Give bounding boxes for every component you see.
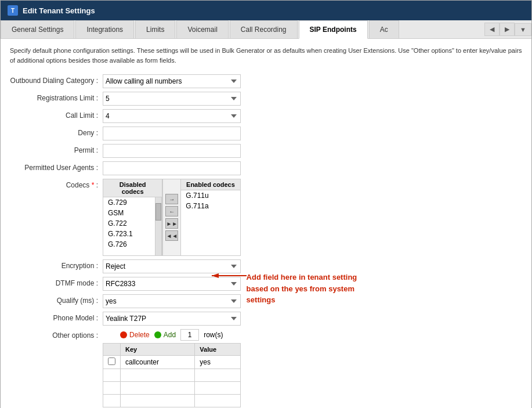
outbound-dialing-select[interactable]: Allow calling all numbers Restrict inter…: [103, 74, 241, 88]
phone-model-control: Yealink T27PCisco 7945Polycom 450: [103, 312, 241, 326]
dtmf-mode-label: DTMF mode :: [10, 277, 103, 287]
title-bar: T Edit Tenant Settings: [1, 1, 531, 20]
empty-row-2: [103, 382, 241, 395]
other-options-label: Other options :: [10, 329, 103, 340]
registrations-limit-row: Registrations Limit : 1234510: [10, 92, 241, 106]
codecs-label: Codecs * :: [10, 179, 103, 189]
annotation-arrow-svg: [206, 267, 252, 284]
row-checkbox-cell: [103, 356, 121, 369]
codec-move-all-left-btn[interactable]: ◄◄: [165, 230, 178, 241]
empty-row-1: [103, 369, 241, 382]
table-row: callcounter yes: [103, 356, 241, 369]
outbound-dialing-row: Outbound Dialing Category : Allow callin…: [10, 74, 241, 88]
enabled-codecs-column: Enabled codecs G.711u G.711a: [181, 179, 240, 255]
tab-integrations[interactable]: Integrations: [75, 20, 134, 38]
enabled-codecs-list: G.711u G.711a: [181, 190, 240, 248]
qualify-ms-row: Qualify (ms) : yesno10002000: [10, 294, 241, 308]
tab-nav-next[interactable]: ▶: [500, 23, 515, 36]
disabled-codec-g726[interactable]: G.726: [103, 239, 155, 250]
codecs-control: Disabled codecs G.729 GSM G.722 G.723.1 …: [103, 179, 241, 256]
tab-general-settings[interactable]: General Settings: [1, 20, 74, 38]
call-limit-select[interactable]: 12345: [103, 109, 241, 123]
description: Specify default phone configuration sett…: [10, 46, 522, 65]
app-icon: T: [8, 5, 18, 16]
row-count-input[interactable]: [180, 329, 199, 341]
tab-nav-prev[interactable]: ◀: [484, 23, 500, 36]
call-limit-control: 12345: [103, 109, 241, 123]
enabled-codec-g711u[interactable]: G.711u: [181, 190, 240, 201]
tab-limits[interactable]: Limits: [135, 20, 175, 38]
deny-row: Deny :: [10, 127, 241, 140]
qualify-ms-control: yesno10002000: [103, 294, 241, 308]
permitted-user-agents-label: Permitted User Agents :: [10, 161, 103, 172]
delete-row-button[interactable]: Delete: [120, 331, 150, 339]
row-key: callcounter: [125, 358, 159, 366]
qualify-ms-select[interactable]: yesno10002000: [103, 294, 241, 308]
phone-model-label: Phone Model :: [10, 312, 103, 322]
permit-control: [103, 144, 241, 158]
rows-label: row(s): [204, 331, 223, 339]
permitted-user-agents-input[interactable]: [103, 161, 241, 175]
encryption-label: Encryption :: [10, 259, 103, 270]
tab-nav-menu[interactable]: ▼: [515, 23, 531, 36]
disabled-codec-g722[interactable]: G.722: [103, 218, 155, 229]
disabled-codecs-scrollbar[interactable]: [155, 197, 162, 255]
add-row-icon: [154, 331, 161, 338]
phone-model-row: Phone Model : Yealink T27PCisco 7945Poly…: [10, 312, 241, 326]
tab-call-recording[interactable]: Call Recording: [230, 20, 298, 38]
col-header-check: [103, 344, 121, 356]
disabled-codecs-list: G.729 GSM G.722 G.723.1 G.726: [103, 197, 155, 255]
window-title: Edit Tenant Settings: [23, 6, 95, 15]
disabled-codecs-header: Disabled codecs: [103, 179, 162, 197]
row-value: yes: [200, 358, 211, 366]
registrations-limit-select[interactable]: 1234510: [103, 92, 241, 106]
other-options-table: Key Value callcounte: [103, 343, 241, 407]
disabled-codec-g729[interactable]: G.729: [103, 197, 155, 208]
add-row-button[interactable]: Add: [154, 331, 176, 339]
codec-move-all-right-btn[interactable]: ►►: [165, 218, 178, 229]
deny-input[interactable]: [103, 127, 241, 140]
deny-label: Deny :: [10, 127, 103, 137]
disabled-codec-g7231[interactable]: G.723.1: [103, 229, 155, 239]
page-content: Specify default phone configuration sett…: [1, 39, 531, 408]
permit-row: Permit :: [10, 144, 241, 158]
table-controls: Delete Add row(s): [103, 329, 241, 341]
col-header-value: Value: [195, 344, 240, 356]
codec-move-right-btn[interactable]: →: [165, 194, 178, 204]
annotation-text: Add field here in tenant setting based o…: [247, 272, 363, 306]
qualify-ms-label: Qualify (ms) :: [10, 294, 103, 305]
codecs-row: Codecs * : Disabled codecs G.729 GSM: [10, 179, 241, 256]
outbound-dialing-label: Outbound Dialing Category :: [10, 74, 103, 85]
outbound-dialing-control: Allow calling all numbers Restrict inter…: [103, 74, 241, 88]
permitted-user-agents-control: [103, 161, 241, 175]
delete-row-icon: [120, 331, 127, 338]
col-header-key: Key: [121, 344, 195, 356]
tab-sip-endpoints[interactable]: SIP Endpoints: [299, 20, 368, 39]
codec-move-left-btn[interactable]: ←: [165, 206, 178, 216]
tabs-bar: General Settings Integrations Limits Voi…: [1, 20, 531, 39]
other-options-row: Other options : Delete Add: [10, 329, 241, 407]
disabled-codecs-thumb: [155, 203, 161, 221]
disabled-codecs-column: Disabled codecs G.729 GSM G.722 G.723.1 …: [103, 179, 162, 255]
other-options-control: Delete Add row(s): [103, 329, 241, 407]
row-key-cell: callcounter: [121, 356, 195, 369]
tab-voicemail[interactable]: Voicemail: [176, 20, 228, 38]
row-checkbox[interactable]: [108, 358, 115, 365]
codec-transfer-buttons: → ← ►► ◄◄: [162, 179, 181, 255]
deny-control: [103, 127, 241, 140]
annotation-area: Add field here in tenant setting based o…: [247, 272, 363, 306]
tab-ac[interactable]: Ac: [369, 20, 399, 38]
phone-model-select[interactable]: Yealink T27PCisco 7945Polycom 450: [103, 312, 241, 326]
registrations-limit-control: 1234510: [103, 92, 241, 106]
permitted-user-agents-row: Permitted User Agents :: [10, 161, 241, 175]
permit-label: Permit :: [10, 144, 103, 154]
empty-row-3: [103, 395, 241, 407]
call-limit-row: Call Limit : 12345: [10, 109, 241, 123]
permit-input[interactable]: [103, 144, 241, 158]
call-limit-label: Call Limit :: [10, 109, 103, 120]
row-value-cell: yes: [195, 356, 240, 369]
disabled-codec-gsm[interactable]: GSM: [103, 208, 155, 218]
add-row-label: Add: [164, 331, 176, 339]
registrations-limit-label: Registrations Limit :: [10, 92, 103, 102]
enabled-codec-g711a[interactable]: G.711a: [181, 201, 240, 211]
